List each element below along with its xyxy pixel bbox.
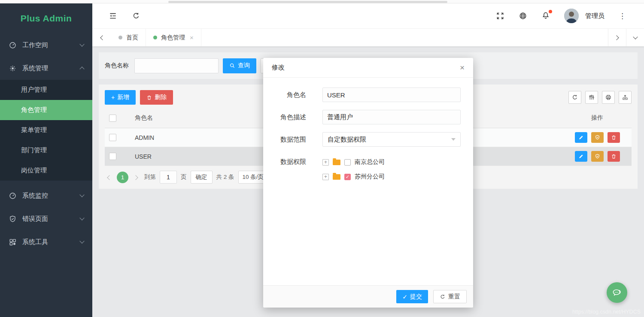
chevron-down-icon <box>79 215 84 220</box>
query-button[interactable]: 查询 <box>223 58 256 73</box>
data-scope-select[interactable]: 自定数据权限 <box>322 132 461 147</box>
next-page-button[interactable] <box>132 174 140 181</box>
prev-page-button[interactable] <box>105 174 113 181</box>
folder-icon <box>333 174 340 180</box>
chevron-up-icon <box>79 66 84 71</box>
notifications-button[interactable] <box>541 11 550 21</box>
sidebar-item-label: 错误页面 <box>22 215 48 223</box>
data-permission-label: 数据权限 <box>263 154 306 186</box>
chevron-down-icon <box>79 239 84 243</box>
sidebar-item-workspace[interactable]: 工作空间 <box>0 33 92 57</box>
delete-button[interactable]: 删除 <box>140 90 173 105</box>
chat-bubble-icon <box>611 287 623 298</box>
sidebar-item-post-management[interactable]: 岗位管理 <box>0 160 92 181</box>
sidebar-item-role-management[interactable]: 角色管理 <box>0 100 92 120</box>
tree-expand-icon[interactable]: + <box>322 159 329 166</box>
refresh-icon[interactable] <box>132 12 140 20</box>
sidebar-item-system-management[interactable]: 系统管理 <box>0 57 92 80</box>
trash-icon <box>146 95 152 100</box>
reset-form-button[interactable]: 重置 <box>433 290 467 303</box>
goto-label: 到第 <box>144 173 156 181</box>
tabs-menu-dropdown[interactable] <box>626 29 644 46</box>
submit-button[interactable]: ✓ 提交 <box>396 290 428 303</box>
role-name-input[interactable] <box>322 88 461 102</box>
gear-icon <box>9 64 17 72</box>
tab-role-management[interactable]: 角色管理 × <box>146 29 201 46</box>
sidebar-item-label: 系统工具 <box>22 238 48 246</box>
tab-close-icon[interactable]: × <box>190 34 194 41</box>
tree-node-label[interactable]: 南京总公司 <box>355 158 385 166</box>
collapse-menu-icon[interactable] <box>109 12 117 20</box>
scrollbar-thumb[interactable] <box>168 1 447 3</box>
trash-icon <box>611 135 617 140</box>
tree-checkbox-checked[interactable]: ✓ <box>344 174 351 180</box>
notification-badge <box>549 10 552 13</box>
edit-button[interactable] <box>575 151 587 162</box>
print-button[interactable] <box>602 91 615 104</box>
export-button[interactable] <box>619 91 632 104</box>
role-name-label: 角色名 <box>263 88 306 102</box>
row-checkbox[interactable] <box>109 153 116 160</box>
username[interactable]: 管理员 <box>585 12 605 20</box>
sidebar-item-dept-management[interactable]: 部门管理 <box>0 140 92 160</box>
tree-node: + 南京总公司 <box>322 157 461 167</box>
tree-expand-icon[interactable]: + <box>322 174 329 180</box>
row-checkbox[interactable] <box>109 134 116 141</box>
more-menu-icon[interactable]: ⋮ <box>619 12 626 20</box>
page-number-input[interactable] <box>160 171 177 184</box>
fullscreen-icon[interactable] <box>496 12 504 20</box>
page-unit-label: 页 <box>181 173 187 181</box>
column-filter-button[interactable] <box>585 91 598 104</box>
grid-icon <box>9 238 17 246</box>
delete-row-button[interactable] <box>608 151 620 162</box>
modal-title: 修改 <box>272 63 285 72</box>
role-desc-input[interactable] <box>322 110 461 124</box>
sidebar-item-label: 系统监控 <box>22 192 48 200</box>
avatar[interactable] <box>564 9 579 23</box>
shield-check-icon <box>595 154 600 159</box>
close-icon[interactable]: × <box>460 63 465 72</box>
edit-button[interactable] <box>575 132 587 143</box>
sidebar-item-user-management[interactable]: 用户管理 <box>0 80 92 100</box>
tab-home[interactable]: 首页 <box>111 29 146 46</box>
tree-checkbox[interactable] <box>344 159 351 166</box>
column-header-actions: 操作 <box>563 114 632 122</box>
add-button[interactable]: + 新增 <box>105 90 136 105</box>
globe-icon[interactable] <box>519 12 527 20</box>
tab-bar: 首页 角色管理 × <box>92 28 644 46</box>
role-name-search-input[interactable] <box>134 58 219 73</box>
sidebar-item-error-pages[interactable]: 错误页面 <box>0 207 92 230</box>
sidebar-item-system-tools[interactable]: 系统工具 <box>0 230 92 254</box>
search-field-label: 角色名称 <box>105 62 129 69</box>
browser-strip <box>0 0 644 3</box>
select-all-checkbox[interactable] <box>109 115 116 122</box>
feedback-chat-button[interactable] <box>607 282 627 303</box>
tree-node-label[interactable]: 苏州分公司 <box>355 173 385 181</box>
gauge-icon <box>9 192 17 200</box>
table-refresh-button[interactable] <box>568 91 581 104</box>
shield-check-icon <box>595 135 600 140</box>
check-icon: ✓ <box>402 293 407 300</box>
plus-icon: + <box>111 94 115 101</box>
modal-header: 修改 × <box>263 58 473 78</box>
current-page-button[interactable]: 1 <box>117 172 128 183</box>
tab-label: 首页 <box>126 34 138 42</box>
permissions-button[interactable] <box>591 132 604 143</box>
columns-icon <box>588 94 595 101</box>
goto-confirm-button[interactable]: 确定 <box>191 171 213 184</box>
tabs-scroll-right[interactable] <box>608 29 626 46</box>
total-count-label: 共 2 条 <box>216 173 234 181</box>
sidebar-item-system-monitor[interactable]: 系统监控 <box>0 184 92 207</box>
chevron-down-icon <box>79 42 84 46</box>
shield-icon <box>9 215 17 223</box>
sidebar-item-menu-management[interactable]: 菜单管理 <box>0 120 92 140</box>
refresh-icon <box>571 94 578 101</box>
data-scope-label: 数据范围 <box>263 132 306 147</box>
search-icon <box>229 63 235 69</box>
chevron-down-icon <box>79 192 84 197</box>
trash-icon <box>611 154 617 159</box>
delete-row-button[interactable] <box>608 132 620 143</box>
tabs-scroll-left[interactable] <box>92 29 111 46</box>
sidebar: Plus Admin 工作空间 系统管理 用户管理 角色管理 菜单管理 部门管理… <box>0 3 92 317</box>
permissions-button[interactable] <box>591 151 604 162</box>
